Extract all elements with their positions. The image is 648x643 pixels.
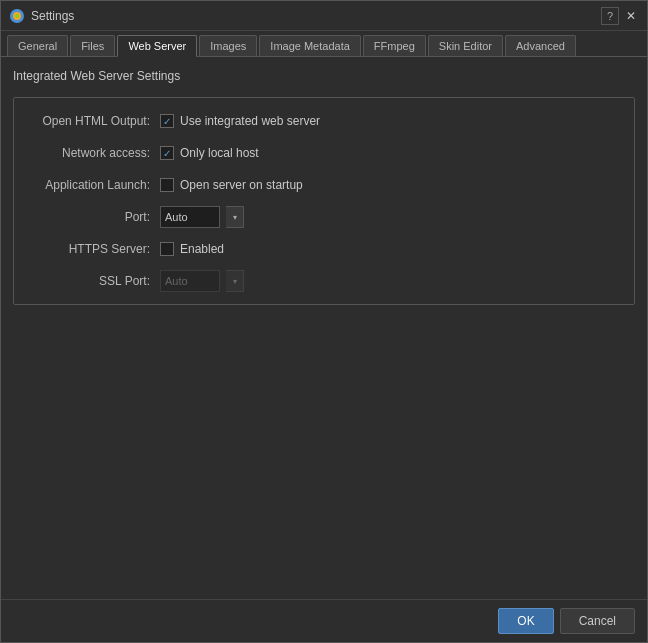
- label-application-launch: Application Launch:: [30, 178, 160, 192]
- checkbox-only-local-host[interactable]: [160, 146, 174, 160]
- footer: OK Cancel: [1, 599, 647, 642]
- row-https-server: HTTPS Server: Enabled: [30, 238, 618, 260]
- help-button[interactable]: ?: [601, 7, 619, 25]
- label-https-server: HTTPS Server:: [30, 242, 160, 256]
- tab-files[interactable]: Files: [70, 35, 115, 56]
- label-port: Port:: [30, 210, 160, 224]
- row-port: Port: Auto ▾: [30, 206, 618, 228]
- label-open-server-startup: Open server on startup: [180, 178, 303, 192]
- label-https-enabled: Enabled: [180, 242, 224, 256]
- control-open-html-output: Use integrated web server: [160, 114, 320, 128]
- row-application-launch: Application Launch: Open server on start…: [30, 174, 618, 196]
- settings-window: Settings ? ✕ General Files Web Server Im…: [0, 0, 648, 643]
- label-open-html-output: Open HTML Output:: [30, 114, 160, 128]
- label-only-local-host: Only local host: [180, 146, 259, 160]
- tab-advanced[interactable]: Advanced: [505, 35, 576, 56]
- row-network-access: Network access: Only local host: [30, 142, 618, 164]
- svg-point-2: [15, 14, 19, 18]
- label-ssl-port: SSL Port:: [30, 274, 160, 288]
- ssl-port-select[interactable]: Auto: [160, 270, 220, 292]
- window-title: Settings: [31, 9, 601, 23]
- tab-web-server[interactable]: Web Server: [117, 35, 197, 57]
- tab-image-metadata[interactable]: Image Metadata: [259, 35, 361, 56]
- ok-button[interactable]: OK: [498, 608, 553, 634]
- tab-general[interactable]: General: [7, 35, 68, 56]
- title-bar: Settings ? ✕: [1, 1, 647, 31]
- cancel-button[interactable]: Cancel: [560, 608, 635, 634]
- tab-ffmpeg[interactable]: FFmpeg: [363, 35, 426, 56]
- control-ssl-port: Auto ▾: [160, 270, 244, 292]
- ssl-port-select-arrow: ▾: [226, 270, 244, 292]
- label-use-integrated-server: Use integrated web server: [180, 114, 320, 128]
- control-application-launch: Open server on startup: [160, 178, 303, 192]
- control-https-server: Enabled: [160, 242, 224, 256]
- tab-images[interactable]: Images: [199, 35, 257, 56]
- row-open-html-output: Open HTML Output: Use integrated web ser…: [30, 110, 618, 132]
- settings-group: Open HTML Output: Use integrated web ser…: [13, 97, 635, 305]
- app-icon: [9, 8, 25, 24]
- close-button[interactable]: ✕: [623, 8, 639, 24]
- checkbox-open-server-startup[interactable]: [160, 178, 174, 192]
- tab-skin-editor[interactable]: Skin Editor: [428, 35, 503, 56]
- control-network-access: Only local host: [160, 146, 259, 160]
- port-select[interactable]: Auto: [160, 206, 220, 228]
- checkbox-use-integrated-server[interactable]: [160, 114, 174, 128]
- label-network-access: Network access:: [30, 146, 160, 160]
- tabs-bar: General Files Web Server Images Image Me…: [1, 31, 647, 57]
- section-title: Integrated Web Server Settings: [13, 69, 635, 83]
- control-port: Auto ▾: [160, 206, 244, 228]
- content-area: Integrated Web Server Settings Open HTML…: [1, 57, 647, 599]
- row-ssl-port: SSL Port: Auto ▾: [30, 270, 618, 292]
- checkbox-https-enabled[interactable]: [160, 242, 174, 256]
- port-select-arrow[interactable]: ▾: [226, 206, 244, 228]
